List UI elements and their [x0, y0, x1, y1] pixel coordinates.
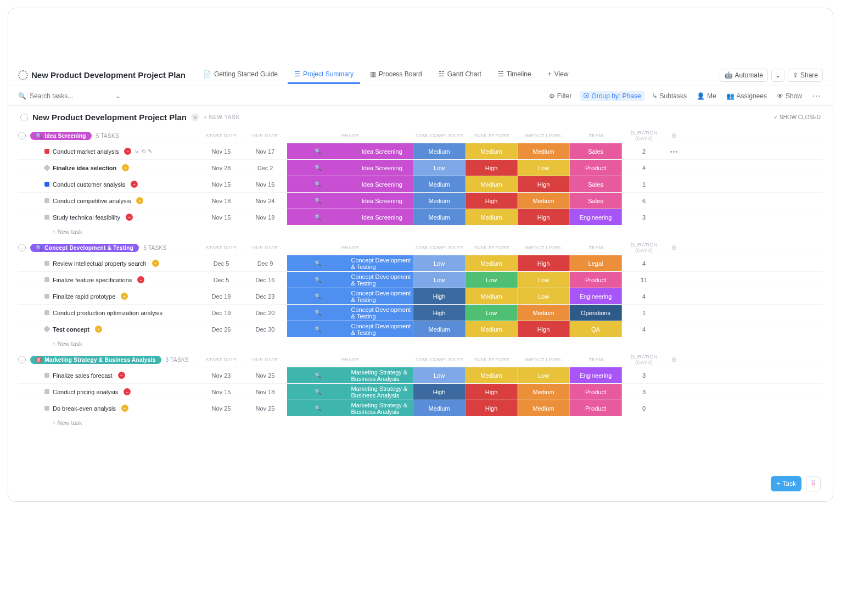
status-square[interactable] — [44, 182, 49, 187]
row-more[interactable] — [666, 288, 682, 304]
effort-cell[interactable]: High — [466, 400, 518, 416]
impact-cell[interactable]: Medium — [518, 143, 570, 159]
complexity-cell[interactable]: Medium — [413, 193, 466, 209]
task-row[interactable]: Conduct production optimization analysis… — [18, 304, 823, 321]
row-more[interactable] — [666, 384, 682, 400]
complexity-cell[interactable]: High — [413, 305, 466, 321]
row-more[interactable] — [666, 255, 682, 271]
team-cell[interactable]: Sales — [570, 176, 622, 192]
task-row[interactable]: Study technical feasibility–Nov 15Nov 18… — [18, 209, 823, 225]
due-date[interactable]: Nov 18 — [243, 209, 287, 225]
effort-cell[interactable]: Low — [466, 305, 518, 321]
complexity-cell[interactable]: Medium — [413, 209, 466, 225]
assignees-button[interactable]: 👥Assignees — [724, 91, 769, 101]
search-box[interactable]: 🔍 ⌄ — [18, 92, 121, 100]
priority-icon[interactable]: – — [126, 214, 133, 221]
phase-cell[interactable]: 🔍Concept Development & Testing — [287, 255, 413, 271]
task-name-cell[interactable]: Conduct customer analysis– — [18, 176, 199, 192]
task-name-cell[interactable]: Conduct market analysis–↳⟲✎ — [18, 143, 199, 159]
team-cell[interactable]: Product — [570, 160, 622, 176]
start-date[interactable]: Dec 5 — [199, 255, 243, 271]
task-name-cell[interactable]: Finalize rapid prototype• — [18, 288, 199, 304]
add-column[interactable]: ⊕ — [671, 244, 677, 251]
status-square[interactable] — [44, 261, 49, 266]
more-options[interactable]: ⋯ — [810, 91, 823, 101]
new-task-button[interactable]: + New task — [18, 225, 823, 237]
tab-process-board[interactable]: ▥ Process Board — [363, 66, 429, 84]
start-date[interactable]: Dec 26 — [199, 321, 243, 337]
collapse-toggle[interactable]: ⌄ — [18, 132, 26, 139]
duration-cell[interactable]: 3 — [622, 367, 666, 383]
chevron-down-icon[interactable]: ⌄ — [115, 92, 121, 100]
complexity-cell[interactable]: Medium — [413, 176, 466, 192]
due-date[interactable]: Dec 2 — [243, 160, 287, 176]
start-date[interactable]: Nov 15 — [199, 143, 243, 159]
task-row[interactable]: Conduct pricing analysis–Nov 15Nov 18🔍Ma… — [18, 383, 823, 400]
impact-cell[interactable]: High — [518, 209, 570, 225]
duration-cell[interactable]: 6 — [622, 193, 666, 209]
status-square[interactable] — [43, 326, 51, 333]
task-row[interactable]: Conduct competitive analysis•Nov 18Nov 2… — [18, 192, 823, 209]
add-view-button[interactable]: + View — [541, 66, 575, 84]
priority-icon[interactable]: – — [118, 372, 125, 379]
complexity-cell[interactable]: Low — [413, 272, 466, 288]
due-date[interactable]: Dec 9 — [243, 255, 287, 271]
complexity-cell[interactable]: Medium — [413, 143, 466, 159]
due-date[interactable]: Dec 23 — [243, 288, 287, 304]
duration-cell[interactable]: 4 — [622, 255, 666, 271]
phase-chip[interactable]: 🎯Marketing Strategy & Business Analysis — [30, 356, 161, 364]
team-cell[interactable]: Engineering — [570, 288, 622, 304]
duration-cell[interactable]: 4 — [622, 288, 666, 304]
status-square[interactable] — [44, 294, 49, 299]
edit-icon[interactable]: ✎ — [148, 148, 152, 154]
impact-cell[interactable]: Low — [518, 288, 570, 304]
impact-cell[interactable]: High — [518, 255, 570, 271]
team-cell[interactable]: Operations — [570, 305, 622, 321]
start-date[interactable]: Dec 19 — [199, 305, 243, 321]
row-more[interactable] — [666, 272, 682, 288]
team-cell[interactable]: Engineering — [570, 209, 622, 225]
impact-cell[interactable]: Medium — [518, 400, 570, 416]
phase-cell[interactable]: 🔍Idea Screening — [287, 176, 413, 192]
row-more[interactable] — [666, 367, 682, 383]
task-row[interactable]: Finalize rapid prototype•Dec 19Dec 23🔍Co… — [18, 288, 823, 304]
start-date[interactable]: Nov 28 — [199, 160, 243, 176]
effort-cell[interactable]: Medium — [466, 367, 518, 383]
effort-cell[interactable]: Low — [466, 272, 518, 288]
duration-cell[interactable]: 1 — [622, 305, 666, 321]
start-date[interactable]: Nov 15 — [199, 209, 243, 225]
due-date[interactable]: Dec 20 — [243, 305, 287, 321]
effort-cell[interactable]: High — [466, 384, 518, 400]
due-date[interactable]: Nov 24 — [243, 193, 287, 209]
me-button[interactable]: 👤Me — [694, 91, 719, 101]
task-row[interactable]: Finalize idea selection•Nov 28Dec 2🔍Idea… — [18, 159, 823, 176]
task-row[interactable]: Finalize sales forecast–Nov 23Nov 25🔍Mar… — [18, 367, 823, 383]
phase-cell[interactable]: 🔍Marketing Strategy & Business Analysis — [287, 400, 413, 416]
status-square[interactable] — [44, 277, 49, 282]
effort-cell[interactable]: Medium — [466, 255, 518, 271]
due-date[interactable]: Nov 16 — [243, 176, 287, 192]
priority-icon[interactable]: – — [131, 181, 138, 188]
group-by-button[interactable]: ⦿Group by: Phase — [580, 91, 644, 101]
add-column[interactable]: ⊕ — [671, 132, 677, 139]
team-cell[interactable]: Sales — [570, 143, 622, 159]
effort-cell[interactable]: High — [466, 193, 518, 209]
tab-timeline[interactable]: ☵ Timeline — [491, 66, 538, 84]
impact-cell[interactable]: High — [518, 176, 570, 192]
task-name-cell[interactable]: Conduct competitive analysis• — [18, 193, 199, 209]
link-icon[interactable]: ⟲ — [141, 148, 145, 154]
duration-cell[interactable]: 3 — [622, 209, 666, 225]
due-date[interactable]: Nov 17 — [243, 143, 287, 159]
status-square[interactable] — [44, 215, 49, 220]
complexity-cell[interactable]: Medium — [413, 400, 466, 416]
priority-icon[interactable]: • — [121, 405, 128, 412]
duration-cell[interactable]: 4 — [622, 160, 666, 176]
due-date[interactable]: Dec 30 — [243, 321, 287, 337]
phase-cell[interactable]: 🔍Concept Development & Testing — [287, 272, 413, 288]
phase-chip[interactable]: 🔍Concept Development & Testing — [30, 244, 139, 252]
effort-cell[interactable]: Medium — [466, 321, 518, 337]
duration-cell[interactable]: 4 — [622, 321, 666, 337]
status-square[interactable] — [44, 198, 49, 203]
priority-icon[interactable]: – — [124, 148, 131, 155]
new-task-fab[interactable]: + Task — [771, 476, 801, 491]
